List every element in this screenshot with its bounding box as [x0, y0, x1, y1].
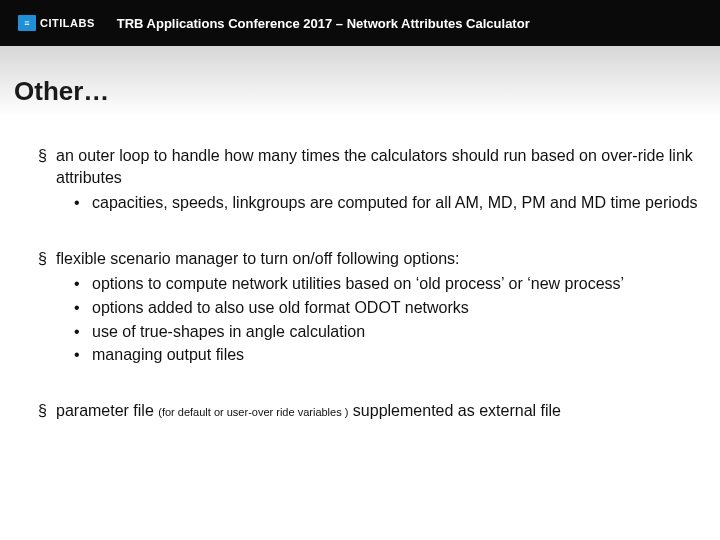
bullet-text: flexible scenario manager to turn on/off… — [56, 250, 460, 267]
sub-item: capacities, speeds, linkgroups are compu… — [74, 192, 700, 214]
bullet-paren: (for default or user-over ride variables… — [158, 406, 348, 418]
sub-item: options to compute network utilities bas… — [74, 273, 700, 295]
page-title: Other… — [14, 76, 700, 107]
sub-item: managing output files — [74, 344, 700, 366]
sub-list: capacities, speeds, linkgroups are compu… — [56, 192, 700, 214]
sub-item: use of true-shapes in angle calculation — [74, 321, 700, 343]
list-item: flexible scenario manager to turn on/off… — [38, 248, 700, 366]
sub-item: options added to also use old format ODO… — [74, 297, 700, 319]
list-item: parameter file (for default or user-over… — [38, 400, 700, 422]
bullet-text-post: supplemented as external file — [348, 402, 561, 419]
header-title: TRB Applications Conference 2017 – Netwo… — [117, 16, 530, 31]
header-bar: ≡ CITILABS TRB Applications Conference 2… — [0, 0, 720, 46]
content: Other… an outer loop to handle how many … — [0, 46, 720, 421]
logo-mark-icon: ≡ — [18, 15, 36, 31]
slide: ≡ CITILABS TRB Applications Conference 2… — [0, 0, 720, 540]
list-item: an outer loop to handle how many times t… — [38, 145, 700, 214]
sub-list: options to compute network utilities bas… — [56, 273, 700, 365]
logo-text: CITILABS — [40, 17, 95, 29]
logo: ≡ CITILABS — [18, 15, 95, 31]
bullet-text-pre: parameter file — [56, 402, 158, 419]
bullet-list: an outer loop to handle how many times t… — [20, 145, 700, 421]
bullet-text: an outer loop to handle how many times t… — [56, 147, 693, 186]
